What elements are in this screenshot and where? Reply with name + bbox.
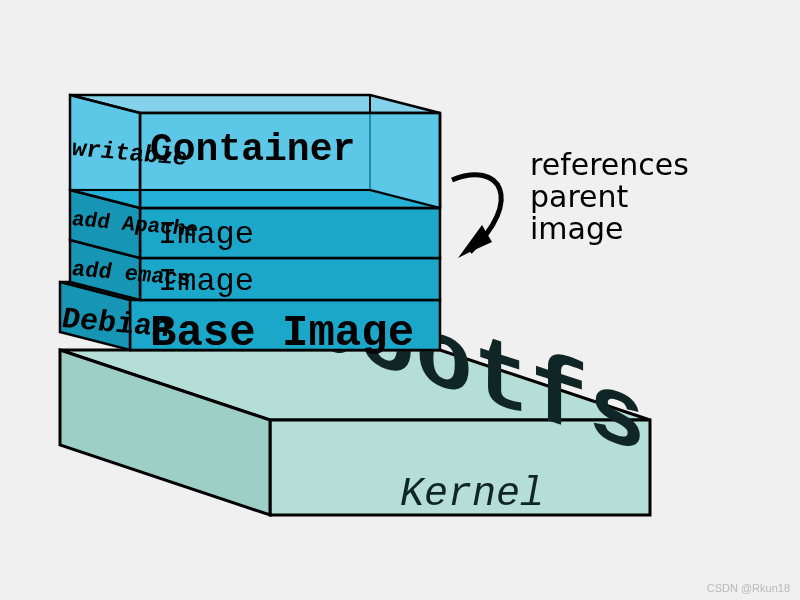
references-annotation: references parent image bbox=[452, 147, 698, 258]
kernel-label: Kernel bbox=[400, 472, 544, 517]
annotation-line1: references bbox=[530, 147, 689, 182]
svg-text:references
      parent
      : references parent image bbox=[530, 147, 698, 246]
watermark: CSDN @Rkun18 bbox=[707, 582, 790, 594]
container-layer: writable Container bbox=[70, 95, 440, 208]
apache-right-label: Image bbox=[158, 216, 254, 253]
annotation-line3: image bbox=[530, 211, 623, 246]
container-right-label: Container bbox=[150, 128, 355, 171]
annotation-line2: parent bbox=[530, 179, 629, 214]
docker-layers-diagram: bootfs Kernel Debian Base Image add emac… bbox=[0, 0, 800, 600]
base-right-label: Base Image bbox=[150, 308, 414, 358]
emacs-right-label: Image bbox=[158, 263, 254, 300]
